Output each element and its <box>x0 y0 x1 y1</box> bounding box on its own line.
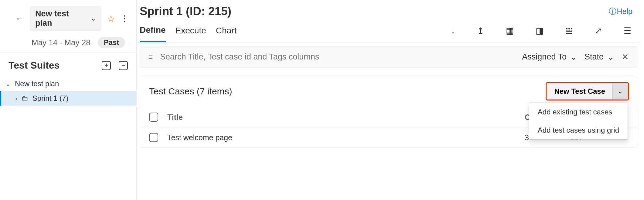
back-icon[interactable]: ← <box>15 14 24 23</box>
suites-tree: ⌄ New test plan › 🗀 Sprint 1 (7) <box>0 75 136 106</box>
row-title: Test welcome page <box>167 133 516 142</box>
tree-root-label: New test plan <box>15 80 59 88</box>
tab-bar: Define Execute Chart ↓ ↥ ▦ ◨ 𝍎 ⤢ ☰ <box>137 18 640 42</box>
suites-heading: Test Suites <box>9 60 60 71</box>
assigned-to-filter[interactable]: Assigned To ⌄ <box>522 52 577 62</box>
tab-define[interactable]: Define <box>140 25 166 42</box>
row-checkbox[interactable] <box>149 133 158 142</box>
search-input[interactable] <box>160 52 515 62</box>
state-filter[interactable]: State ⌄ <box>584 52 614 62</box>
tree-item-label: Sprint 1 (7) <box>32 94 69 103</box>
test-plan-name: New test plan <box>35 9 85 28</box>
chevron-down-icon: ⌄ <box>5 80 11 87</box>
page-title: Sprint 1 (ID: 215) <box>140 5 231 18</box>
panel-view-icon[interactable]: ◨ <box>530 26 550 42</box>
sidebar-header-row: ← New test plan ⌄ ☆ ⋮ <box>15 6 131 31</box>
search-bar: ≡ Assigned To ⌄ State ⌄ ✕ <box>140 46 637 68</box>
card-heading: Test Cases (7 items) <box>149 86 232 97</box>
sidebar-header: ← New test plan ⌄ ☆ ⋮ May 14 - May 28 Pa… <box>0 0 136 52</box>
col-title[interactable]: Title <box>167 113 516 122</box>
favorite-star-icon[interactable]: ☆ <box>107 13 115 24</box>
add-suite-button[interactable]: + <box>102 61 111 70</box>
new-test-case-menu: Add existing test cases Add test cases u… <box>529 103 628 140</box>
test-plan-selector[interactable]: New test plan ⌄ <box>30 6 101 31</box>
tree-item-sprint[interactable]: › 🗀 Sprint 1 (7) <box>0 91 136 106</box>
suites-actions: + − <box>102 61 128 70</box>
chevron-down-icon: ⌄ <box>570 52 577 62</box>
menu-add-existing[interactable]: Add existing test cases <box>529 103 628 121</box>
new-test-case-dropdown[interactable]: ⌄ <box>613 83 628 100</box>
test-cases-card: Test Cases (7 items) New Test Case ⌄ Add… <box>140 76 637 148</box>
fullscreen-icon[interactable]: ⤢ <box>589 26 608 42</box>
sidebar: ← New test plan ⌄ ☆ ⋮ May 14 - May 28 Pa… <box>0 0 137 200</box>
tab-execute[interactable]: Execute <box>175 26 206 42</box>
columns-icon[interactable]: 𝍎 <box>559 26 579 42</box>
collapse-suites-button[interactable]: − <box>119 61 128 70</box>
title-row: Sprint 1 (ID: 215) ⓘ Help <box>137 5 640 18</box>
date-range: May 14 - May 28 <box>32 38 90 47</box>
main-panel: Sprint 1 (ID: 215) ⓘ Help Define Execute… <box>137 0 644 200</box>
filter-toggle-icon[interactable]: ☰ <box>618 26 637 42</box>
tree-root[interactable]: ⌄ New test plan <box>0 76 136 91</box>
chevron-right-icon: › <box>15 95 17 102</box>
help-icon: ⓘ <box>609 6 616 16</box>
grid-view-icon[interactable]: ▦ <box>500 26 520 42</box>
chevron-down-icon: ⌄ <box>607 52 614 62</box>
filter-icon: ≡ <box>148 53 153 61</box>
assigned-to-label: Assigned To <box>522 52 567 62</box>
card-header: Test Cases (7 items) New Test Case ⌄ <box>140 76 637 107</box>
help-link[interactable]: ⓘ Help <box>609 6 632 16</box>
sidebar-subheader: May 14 - May 28 Past <box>32 37 131 48</box>
menu-add-grid[interactable]: Add test cases using grid <box>529 121 628 139</box>
overflow-menu-icon[interactable]: ⋮ <box>121 14 128 23</box>
status-chip: Past <box>98 37 125 48</box>
clear-filters-icon[interactable]: ✕ <box>622 52 629 62</box>
export-icon[interactable]: ↓ <box>445 26 461 42</box>
new-test-case-split-button: New Test Case ⌄ <box>547 83 628 100</box>
chevron-down-icon: ⌄ <box>90 15 96 22</box>
suites-header: Test Suites + − <box>0 52 136 75</box>
folder-icon: 🗀 <box>22 94 28 102</box>
tab-chart[interactable]: Chart <box>216 26 237 42</box>
import-icon[interactable]: ↥ <box>471 26 490 42</box>
help-label: Help <box>617 7 632 16</box>
select-all-checkbox[interactable] <box>149 113 158 122</box>
state-label: State <box>584 52 604 62</box>
new-test-case-button[interactable]: New Test Case <box>547 83 613 100</box>
